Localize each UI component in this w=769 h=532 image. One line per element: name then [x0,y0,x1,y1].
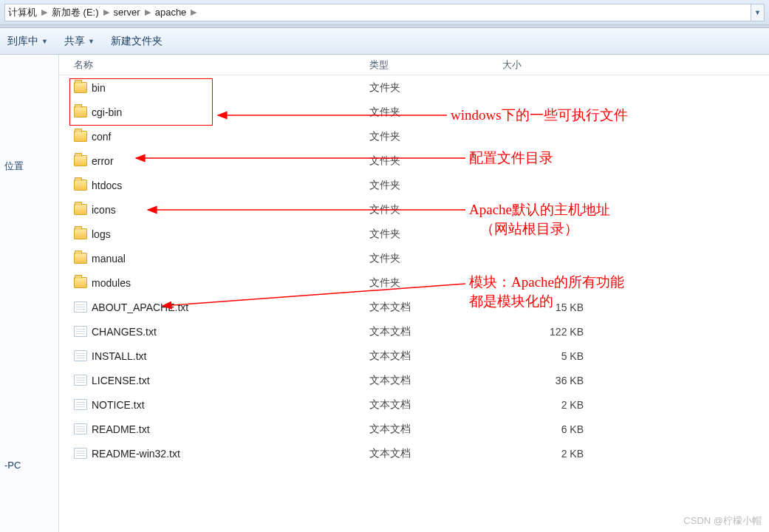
file-type-cell: 文本文档 [369,349,502,363]
file-name: bin [92,82,106,94]
file-row[interactable]: cgi-bin文件夹 [59,100,769,124]
breadcrumb[interactable]: 计算机 ▶ 新加卷 (E:) ▶ server ▶ apache ▶ [4,4,751,21]
watermark: CSDN @柠檬小帽 [683,514,762,528]
file-name: cgi-bin [92,106,122,118]
file-name: ABOUT_APACHE.txt [92,301,188,313]
folder-icon [74,228,87,239]
crumb-server[interactable]: server [114,7,140,18]
file-row[interactable]: manual文件夹 [59,246,769,270]
file-icon [74,399,87,410]
file-name: modules [92,277,131,289]
file-name-cell: NOTICE.txt [74,399,369,411]
file-row[interactable]: conf文件夹 [59,124,769,149]
file-name: INSTALL.txt [92,350,146,362]
column-header-type[interactable]: 类型 [369,58,502,72]
folder-icon [74,180,87,191]
main-area: 位置 -PC 名称 类型 大小 bin文件夹cgi-bin文件夹conf文件夹e… [0,55,769,532]
file-name-cell: icons [74,204,369,216]
crumb-volume[interactable]: 新加卷 (E:) [52,6,99,19]
file-name: htdocs [92,180,122,191]
file-row[interactable]: htdocs文件夹 [59,173,769,197]
toolbar-label: 到库中 [7,35,38,48]
column-header-name[interactable]: 名称 [74,58,369,72]
file-type-cell: 文本文档 [369,374,502,387]
file-name: README-win32.txt [92,448,180,460]
chevron-down-icon: ▼ [88,38,95,45]
folder-icon [74,131,87,142]
file-row[interactable]: bin文件夹 [59,75,769,100]
file-name: logs [92,228,111,240]
file-name: icons [92,204,116,216]
file-name: manual [92,253,126,265]
file-size-cell: 122 KB [502,326,606,338]
file-icon [74,375,87,386]
file-name-cell: bin [74,82,369,94]
file-name: README.txt [92,423,150,435]
file-size-cell: 2 KB [502,448,606,460]
file-name: error [92,155,114,167]
file-row[interactable]: INSTALL.txt文本文档5 KB [59,344,769,368]
file-row[interactable]: LICENSE.txt文本文档36 KB [59,368,769,392]
crumb-computer[interactable]: 计算机 [8,6,37,19]
file-type-cell: 文本文档 [369,325,502,338]
file-type-cell: 文本文档 [369,398,502,412]
file-name-cell: modules [74,277,369,289]
file-row[interactable]: README.txt文本文档6 KB [59,417,769,441]
file-row[interactable]: README-win32.txt文本文档2 KB [59,441,769,466]
file-row[interactable]: icons文件夹 [59,197,769,222]
file-type-cell: 文件夹 [369,276,502,290]
file-name-cell: INSTALL.txt [74,350,369,362]
file-type-cell: 文件夹 [369,179,502,192]
file-icon [74,423,87,434]
file-row[interactable]: modules文件夹 [59,270,769,295]
column-header-size[interactable]: 大小 [502,58,606,72]
new-folder-button[interactable]: 新建文件夹 [111,35,163,48]
file-type-cell: 文件夹 [369,130,502,143]
file-name-cell: logs [74,228,369,240]
share-button[interactable]: 共享 ▼ [64,35,95,48]
sidebar-item-recent-places[interactable]: 位置 [4,157,54,176]
toolbar: 到库中 ▼ 共享 ▼ 新建文件夹 [0,28,769,55]
file-row[interactable]: NOTICE.txt文本文档2 KB [59,392,769,417]
file-name-cell: CHANGES.txt [74,326,369,338]
column-headers: 名称 类型 大小 [59,55,769,75]
file-row[interactable]: error文件夹 [59,149,769,173]
folder-icon [74,253,87,264]
chevron-right-icon[interactable]: ▶ [145,7,151,17]
folder-icon [74,106,87,117]
address-dropdown[interactable]: ▼ [751,4,765,21]
folder-icon [74,277,87,288]
chevron-down-icon: ▼ [41,38,48,45]
folder-icon [74,155,87,166]
file-type-cell: 文件夹 [369,154,502,168]
file-name: LICENSE.txt [92,375,150,386]
file-type-cell: 文件夹 [369,203,502,216]
file-name: CHANGES.txt [92,326,157,338]
toolbar-label: 新建文件夹 [111,35,163,48]
file-name-cell: LICENSE.txt [74,375,369,386]
file-name-cell: README.txt [74,423,369,435]
content-pane: 名称 类型 大小 bin文件夹cgi-bin文件夹conf文件夹error文件夹… [59,55,769,532]
chevron-down-icon: ▼ [754,9,761,16]
file-type-cell: 文本文档 [369,447,502,460]
file-list: bin文件夹cgi-bin文件夹conf文件夹error文件夹htdocs文件夹… [59,75,769,466]
chevron-right-icon[interactable]: ▶ [41,7,47,17]
crumb-apache[interactable]: apache [155,7,187,18]
file-icon [74,301,87,313]
file-row[interactable]: logs文件夹 [59,222,769,246]
file-row[interactable]: CHANGES.txt文本文档122 KB [59,319,769,344]
chevron-right-icon[interactable]: ▶ [191,7,196,17]
file-type-cell: 文本文档 [369,423,502,436]
sidebar-item-pc[interactable]: -PC [4,457,54,474]
file-type-cell: 文件夹 [369,81,502,95]
file-name-cell: conf [74,131,369,143]
file-row[interactable]: ABOUT_APACHE.txt文本文档15 KB [59,295,769,319]
chevron-right-icon[interactable]: ▶ [103,7,109,17]
folder-icon [74,82,87,93]
file-type-cell: 文件夹 [369,252,502,265]
file-name-cell: README-win32.txt [74,448,369,460]
file-name-cell: manual [74,253,369,265]
file-icon [74,326,87,337]
file-name-cell: htdocs [74,180,369,191]
include-in-library-button[interactable]: 到库中 ▼ [7,35,48,48]
